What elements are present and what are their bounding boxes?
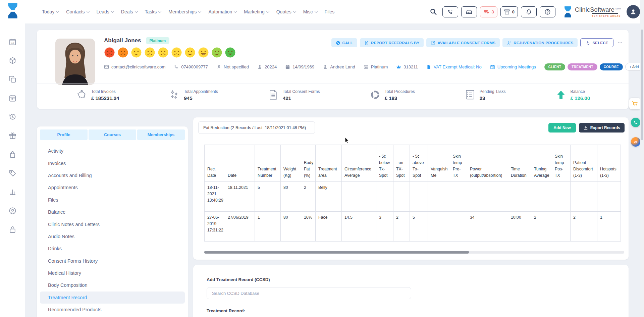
sidebar-tabs: ProfileCoursesMemberships [37, 126, 188, 140]
select-button[interactable]: SELECT [580, 38, 613, 47]
table-row[interactable]: 18-11-2021 13:48:2918.11.20215802Belly [205, 182, 621, 212]
label-course[interactable]: COURSE [600, 63, 623, 70]
rail-lock-icon[interactable] [9, 226, 16, 233]
top-bar: TodayContactsLeadsDealsTasksMembershipsA… [0, 0, 644, 23]
mood-face-6-icon[interactable] [171, 47, 182, 58]
sidebar-item-invoices[interactable]: Invoices [40, 157, 185, 169]
phone-widget[interactable] [631, 118, 640, 127]
mood-face-7-icon[interactable] [184, 47, 196, 58]
more-button[interactable] [616, 38, 624, 47]
user-avatar[interactable] [627, 5, 640, 18]
column-header: Patient Discomfort (1-3) [571, 145, 597, 182]
sidebar-item-drinks[interactable]: Drinks [40, 243, 185, 255]
export-records-button[interactable]: Export Records [579, 123, 625, 133]
rail-bag-icon[interactable] [9, 151, 16, 158]
info-platinum: Platinum [364, 64, 388, 69]
report-referrals-by-button[interactable]: REPORT REFERRALS BY [360, 38, 424, 47]
rail-copy-icon[interactable] [9, 75, 16, 83]
nav-item-files[interactable]: Files [325, 9, 335, 14]
ccsd-search-input[interactable] [207, 287, 411, 299]
nav-item-quotes[interactable]: Quotes [276, 9, 296, 14]
mood-face-9-icon[interactable] [211, 47, 222, 58]
sidebar-item-balance[interactable]: Balance [40, 206, 185, 218]
info-upcoming-meetings[interactable]: 12Upcoming Meetings [490, 64, 536, 69]
info-vat-exempt-medical-no[interactable]: VAT Exempt Medical: No [426, 64, 482, 69]
mood-face-8-icon[interactable] [198, 47, 209, 58]
rail-chart-icon[interactable] [9, 188, 16, 196]
table-row[interactable]: 27-06-2019 17:31:2227/06/201918016%Face1… [205, 212, 621, 242]
rail-history-icon[interactable] [9, 113, 16, 121]
sidebar-item-treatment-record[interactable]: Treatment Record [40, 292, 185, 304]
chat-button[interactable]: 3 [480, 6, 497, 17]
mood-face-2-icon[interactable] [117, 47, 128, 58]
tab-courses[interactable]: Courses [89, 129, 136, 140]
sidebar-item-consent-forms-history[interactable]: Consent Forms History [40, 255, 185, 267]
mood-face-10-icon[interactable] [225, 47, 236, 58]
available-consent-forms-button[interactable]: AVAILABLE CONSENT FORMS [426, 38, 500, 47]
label-treatment[interactable]: TREATMENT [568, 63, 597, 70]
rail-calendar-check-icon[interactable] [9, 94, 16, 102]
mood-face-4-icon[interactable] [144, 47, 155, 58]
column-header: Skin temp Pos- TX [552, 145, 571, 182]
nav-item-misc[interactable]: Misc [303, 9, 317, 14]
sidebar-item-medical-history[interactable]: Medical History [40, 267, 185, 279]
table-cell [410, 182, 428, 212]
nav-item-leads[interactable]: Leads [97, 9, 114, 14]
tab-profile[interactable]: Profile [40, 129, 88, 140]
column-header: Time Duration [508, 145, 531, 182]
vertical-scrollbar[interactable] [640, 0, 644, 317]
mood-face-5-icon[interactable] [158, 47, 169, 58]
rail-gift-icon[interactable] [9, 132, 16, 140]
nav-item-today[interactable]: Today [42, 9, 59, 14]
add-new-button[interactable]: Add New [548, 123, 576, 133]
phone-icon [447, 9, 453, 15]
sidebar-item-body-composition[interactable]: Body Composition [40, 279, 185, 291]
clinicsoftware-logo[interactable]: ClinicSoftware.com TEN STEPS AHEAD [563, 6, 621, 18]
ai-widget[interactable]: AI [631, 137, 640, 147]
chevron-down-icon [198, 9, 202, 13]
table-cell [376, 182, 393, 212]
sidebar-item-clinic-notes-and-letters[interactable]: Clinic Notes and Letters [40, 218, 185, 230]
rail-calendar-icon[interactable]: 12 [9, 38, 16, 46]
help-button[interactable] [540, 6, 555, 17]
search-icon[interactable] [430, 8, 437, 15]
crown-icon [396, 64, 401, 69]
rejuvenation-procedures-button[interactable]: REJUVENATION PROCEDURES [502, 38, 578, 47]
nav-item-tasks[interactable]: Tasks [145, 9, 161, 14]
stat-value: 421 [283, 95, 320, 101]
dialer-button[interactable] [442, 6, 458, 17]
info-text: 313211 [404, 64, 418, 69]
info-313211[interactable]: 313211 [396, 64, 418, 69]
sidebar-item-accounts-and-billing[interactable]: Accounts and Billing [40, 169, 185, 181]
sidebar-item-recommended-products[interactable]: Recommended Products [40, 304, 185, 316]
inbox-button[interactable] [461, 6, 477, 17]
horizontal-scrollbar-thumb[interactable] [204, 251, 469, 254]
rail-tag-icon[interactable] [9, 169, 16, 177]
nav-item-deals[interactable]: Deals [121, 9, 138, 14]
nav-item-memberships[interactable]: Memberships [168, 9, 201, 14]
cart-widget[interactable] [629, 98, 641, 109]
app-logo[interactable] [6, 2, 20, 19]
nav-item-automation[interactable]: Automation [208, 9, 236, 14]
action-label: REJUVENATION PROCEDURES [514, 41, 573, 45]
vertical-scrollbar-thumb[interactable] [641, 30, 643, 140]
mood-face-1-icon[interactable] [104, 47, 115, 58]
sidebar-item-audio-notes[interactable]: Audio Notes [40, 230, 185, 243]
record-type-selector[interactable]: Fat Reduction (2 Records / Last: 18/11/2… [198, 121, 315, 134]
notifications-button[interactable] [521, 6, 537, 17]
call-button[interactable]: CALL [331, 38, 357, 47]
horizontal-scrollbar[interactable] [204, 251, 624, 254]
nav-item-contacts[interactable]: Contacts [66, 9, 89, 14]
stat-total-invoices: Total Invoices£ 185231.24 [76, 89, 119, 101]
mood-face-3-icon[interactable] [131, 47, 142, 58]
sidebar-item-files[interactable]: Files [40, 194, 185, 206]
sidebar-item-appointments[interactable]: Appointments [40, 181, 185, 194]
rail-cube-icon[interactable] [9, 57, 16, 64]
sidebar-item-activity[interactable]: Activity [40, 145, 185, 157]
label-client[interactable]: CLIENT [544, 63, 566, 70]
basket-button[interactable]: 0 [500, 6, 518, 17]
tab-memberships[interactable]: Memberships [137, 129, 185, 140]
nav-item-marketing[interactable]: Marketing [244, 9, 269, 14]
treatment-records-card: Fat Reduction (2 Records / Last: 18/11/2… [193, 117, 629, 260]
rail-support-icon[interactable] [9, 207, 16, 215]
